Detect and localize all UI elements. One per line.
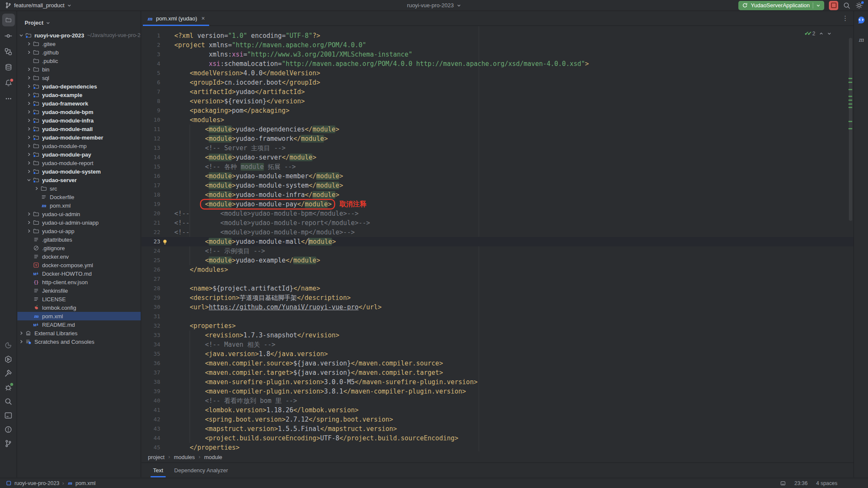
- tree-item-dockerfile[interactable]: Dockerfile: [17, 193, 141, 201]
- project-switcher[interactable]: ruoyi-vue-pro-2023: [407, 2, 461, 9]
- stripe-mark[interactable]: [848, 78, 852, 79]
- tree-chevron-icon[interactable]: [33, 186, 40, 191]
- scrollbar-thumb[interactable]: [849, 38, 852, 221]
- code-line-7[interactable]: 7 <artifactId>yudao</artifactId>: [142, 87, 854, 97]
- stripe-mark[interactable]: [848, 121, 852, 122]
- stripe-mark[interactable]: [848, 107, 852, 108]
- tree-item-yudao-module-report[interactable]: yudao-module-report: [17, 159, 141, 167]
- tree-item-yudao-module-bpm[interactable]: yudao-module-bpm: [17, 108, 141, 116]
- stripe-mark[interactable]: [848, 103, 852, 105]
- code-line-24[interactable]: 24 <!-- 示例项目 -->: [142, 246, 854, 256]
- tree-item-.gitee[interactable]: .gitee: [17, 40, 141, 48]
- tool-button-debug[interactable]: [2, 381, 15, 394]
- tree-item-license[interactable]: LICENSE: [17, 295, 141, 303]
- tree-item-external-libraries[interactable]: External Libraries: [17, 329, 141, 337]
- tool-button-more-tool-windows[interactable]: [2, 92, 15, 105]
- code-line-11[interactable]: 11 <module>yudao-dependencies</module>: [142, 125, 854, 134]
- tool-button-commit[interactable]: [2, 29, 15, 42]
- code-line-33[interactable]: 33 <revision>1.7.3-snapshot</revision>: [142, 331, 854, 340]
- breadcrumb-modules[interactable]: modules: [174, 454, 195, 460]
- tree-chevron-icon[interactable]: [25, 135, 32, 140]
- caret-position[interactable]: 23:36: [794, 480, 808, 486]
- git-branch-widget[interactable]: feature/mall_product: [5, 2, 71, 9]
- indent-style[interactable]: 4 spaces: [816, 480, 837, 486]
- code-line-26[interactable]: 26 </modules>: [142, 265, 854, 274]
- settings-gear-icon[interactable]: [855, 2, 863, 9]
- tree-chevron-icon[interactable]: [25, 42, 32, 46]
- tree-item-yudao-module-pay[interactable]: yudao-module-pay: [17, 150, 141, 159]
- code-line-32[interactable]: 32 <properties>: [142, 321, 854, 331]
- code-line-39[interactable]: 39 <maven-compiler-plugin.version>3.8.1<…: [142, 387, 854, 396]
- tool-button-notifications[interactable]: [2, 77, 15, 89]
- code-line-10[interactable]: 10 <modules>: [142, 115, 854, 125]
- tool-button-find[interactable]: [2, 395, 15, 408]
- tree-item-yudao-ui-app[interactable]: yudao-ui-app: [17, 227, 141, 235]
- code-line-13[interactable]: 13 <!-- Server 主项目 -->: [142, 143, 854, 153]
- tree-item-yudao-server[interactable]: yudao-server: [17, 176, 141, 184]
- tree-item-bin[interactable]: bin: [17, 65, 141, 74]
- tree-chevron-icon[interactable]: [25, 229, 32, 233]
- code-line-17[interactable]: 17 <module>yudao-module-system</module>: [142, 181, 854, 190]
- code-line-16[interactable]: 16 <module>yudao-module-member</module>: [142, 171, 854, 181]
- tree-item-sql[interactable]: sql: [17, 74, 141, 82]
- tree-item-readme.md[interactable]: MREADME.md: [17, 320, 141, 329]
- prev-problem-icon[interactable]: [819, 31, 823, 36]
- tool-button-database[interactable]: [2, 61, 15, 74]
- project-panel-header[interactable]: Project: [17, 11, 141, 30]
- tree-item-pom.xml[interactable]: mpom.xml: [17, 201, 141, 210]
- tree-item-pom.xml[interactable]: mpom.xml: [17, 312, 141, 320]
- tree-item-.public[interactable]: .public: [17, 57, 141, 65]
- tree-item-yudao-module-system[interactable]: yudao-module-system: [17, 167, 141, 176]
- tool-button-terminal[interactable]: [2, 409, 15, 422]
- intention-bulb-icon[interactable]: [160, 237, 170, 246]
- tree-chevron-icon[interactable]: [17, 340, 25, 344]
- code-line-40[interactable]: 40 <!-- 看看咋放到 bom 里 -->: [142, 396, 854, 405]
- run-configuration-button[interactable]: YudaoServerApplication: [738, 1, 824, 10]
- tree-chevron-icon[interactable]: [25, 84, 32, 88]
- tree-chevron-icon[interactable]: [25, 76, 32, 80]
- code-line-12[interactable]: 12 <module>yudao-framework</module>: [142, 134, 854, 143]
- tree-chevron-icon[interactable]: [25, 220, 32, 225]
- tab-dependency-analyzer[interactable]: Dependency Analyzer: [169, 463, 233, 477]
- close-icon[interactable]: ×: [201, 15, 205, 22]
- code-line-25[interactable]: 25 <module>yudao-example</module>: [142, 256, 854, 265]
- tree-chevron-icon[interactable]: [25, 169, 32, 174]
- code-line-41[interactable]: 41 <lombok.version>1.18.26</lombok.versi…: [142, 405, 854, 415]
- tree-chevron-icon[interactable]: [25, 212, 32, 216]
- tree-item-jenkinsfile[interactable]: Jenkinsfile: [17, 286, 141, 295]
- code-line-37[interactable]: 37 <maven.compiler.target>${java.version…: [142, 368, 854, 377]
- tree-chevron-icon[interactable]: [25, 144, 32, 148]
- tree-chevron-icon[interactable]: [17, 33, 25, 37]
- tree-chevron-icon[interactable]: [25, 93, 32, 97]
- code-line-38[interactable]: 38 <maven-surefire-plugin.version>3.0.0-…: [142, 377, 854, 387]
- code-line-34[interactable]: 34 <!-- Maven 相关 -->: [142, 340, 854, 349]
- tool-button-profiler[interactable]: [2, 339, 15, 351]
- tree-item-src[interactable]: src: [17, 184, 141, 193]
- tree-item-yudao-example[interactable]: yudao-example: [17, 91, 141, 99]
- tree-item-yudao-module-mall[interactable]: yudao-module-mall: [17, 125, 141, 133]
- tree-item-.github[interactable]: .github: [17, 48, 141, 57]
- breadcrumb-project[interactable]: project: [148, 454, 165, 460]
- tree-item-http-client.env.json[interactable]: {}http-client.env.json: [17, 278, 141, 286]
- tool-button-build[interactable]: [2, 367, 15, 380]
- status-widget-icon[interactable]: [780, 480, 786, 486]
- tree-item-yudao-ui-admin-uniapp[interactable]: yudao-ui-admin-uniapp: [17, 218, 141, 227]
- stripe-mark[interactable]: [848, 89, 852, 90]
- tree-chevron-icon[interactable]: [25, 101, 32, 106]
- tab-text[interactable]: Text: [148, 463, 169, 477]
- tab-options-icon[interactable]: ⋮: [842, 14, 848, 22]
- tree-chevron-icon[interactable]: [25, 118, 32, 123]
- next-problem-icon[interactable]: [827, 31, 831, 36]
- code-line-18[interactable]: 18 <module>yudao-module-infra</module>: [142, 190, 854, 200]
- tree-item-docker-howto.md[interactable]: MDocker-HOWTO.md: [17, 269, 141, 278]
- tree-item-yudao-module-member[interactable]: yudao-module-member: [17, 133, 141, 142]
- tool-button-version-control[interactable]: [2, 437, 15, 450]
- tree-item-.gitattributes[interactable]: .gitattributes: [17, 235, 141, 244]
- search-everywhere-icon[interactable]: [843, 2, 851, 9]
- stripe-mark[interactable]: [848, 100, 852, 101]
- tool-button-project[interactable]: [2, 14, 15, 26]
- chevron-down-icon[interactable]: [816, 3, 820, 8]
- tool-button-problems[interactable]: [2, 423, 15, 436]
- tree-item-yudao-module-infra[interactable]: yudao-module-infra: [17, 116, 141, 125]
- tree-item-yudao-dependencies[interactable]: yudao-dependencies: [17, 82, 141, 91]
